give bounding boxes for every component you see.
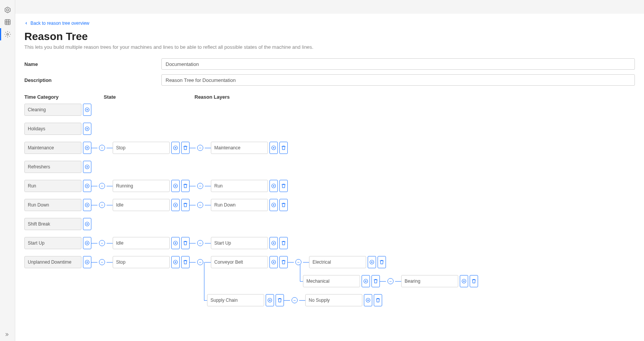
cell-cleaning[interactable]: Cleaning: [24, 104, 81, 116]
cell-start-up-state[interactable]: Idle: [113, 237, 170, 249]
tree-row-shift-break: Shift Break: [24, 218, 635, 230]
cell-bearing[interactable]: Bearing: [401, 275, 458, 287]
add-button[interactable]: [269, 199, 278, 211]
sidebar-hexagon-icon[interactable]: [0, 4, 15, 16]
cell-refreshers[interactable]: Refreshers: [24, 161, 81, 173]
delete-button[interactable]: [470, 275, 478, 287]
delete-button[interactable]: [181, 256, 190, 268]
tree-row-run: Run − Running − Run: [24, 180, 635, 192]
delete-button[interactable]: [279, 256, 288, 268]
tree-row-unplanned: Unplanned Downtime − Stop − Conveyor Bel…: [24, 256, 635, 306]
tree-row-run-down: Run Down − Idle − Run Down: [24, 199, 635, 211]
add-button[interactable]: [83, 142, 91, 154]
add-button[interactable]: [171, 237, 180, 249]
description-input[interactable]: [161, 74, 635, 86]
cell-mechanical[interactable]: Mechanical: [303, 275, 360, 287]
cell-no-supply[interactable]: No Supply: [305, 294, 362, 306]
description-label: Description: [24, 77, 161, 83]
add-button[interactable]: [171, 180, 180, 192]
cell-run-state[interactable]: Running: [113, 180, 170, 192]
collapse-button[interactable]: −: [295, 259, 301, 265]
cell-maintenance-state[interactable]: Stop: [113, 142, 170, 154]
collapse-button[interactable]: −: [99, 259, 105, 265]
cell-conveyor-belt[interactable]: Conveyor Belt: [211, 256, 268, 268]
delete-button[interactable]: [279, 142, 288, 154]
add-button[interactable]: [83, 256, 91, 268]
add-button[interactable]: [83, 123, 91, 135]
header-state: State: [104, 94, 195, 100]
chevron-left-icon: [24, 21, 28, 25]
add-button[interactable]: [266, 294, 274, 306]
add-button[interactable]: [460, 275, 468, 287]
cell-run-down[interactable]: Run Down: [24, 199, 81, 211]
page-title: Reason Tree: [24, 30, 635, 43]
cell-unplanned[interactable]: Unplanned Downtime: [24, 256, 81, 268]
cell-unplanned-state[interactable]: Stop: [113, 256, 170, 268]
cell-run-down-reason[interactable]: Run Down: [211, 199, 268, 211]
add-button[interactable]: [269, 180, 278, 192]
cell-maintenance[interactable]: Maintenance: [24, 142, 81, 154]
name-label: Name: [24, 61, 161, 67]
tree-row-maintenance: Maintenance − Stop − Maintenance: [24, 142, 635, 154]
delete-button[interactable]: [378, 256, 386, 268]
add-button[interactable]: [269, 256, 278, 268]
add-button[interactable]: [83, 104, 91, 116]
collapse-button[interactable]: −: [197, 183, 203, 189]
add-button[interactable]: [362, 275, 370, 287]
cell-electrical[interactable]: Electrical: [309, 256, 366, 268]
add-button[interactable]: [171, 142, 180, 154]
name-input[interactable]: [161, 58, 635, 70]
svg-rect-0: [5, 19, 10, 25]
sidebar-expand-icon[interactable]: [0, 332, 15, 337]
add-button[interactable]: [368, 256, 376, 268]
cell-run-down-state[interactable]: Idle: [113, 199, 170, 211]
add-button[interactable]: [83, 237, 91, 249]
collapse-button[interactable]: −: [99, 183, 105, 189]
add-button[interactable]: [171, 199, 180, 211]
tree-row-refreshers: Refreshers: [24, 161, 635, 173]
add-button[interactable]: [83, 180, 91, 192]
add-button[interactable]: [83, 199, 91, 211]
sidebar-grid-icon[interactable]: [0, 16, 15, 28]
delete-button[interactable]: [371, 275, 380, 287]
delete-button[interactable]: [276, 294, 284, 306]
back-link-text: Back to reason tree overview: [30, 21, 89, 26]
collapse-button[interactable]: −: [197, 259, 203, 265]
cell-supply-chain[interactable]: Supply Chain: [207, 294, 264, 306]
delete-button[interactable]: [181, 142, 190, 154]
add-button[interactable]: [269, 142, 278, 154]
cell-holidays[interactable]: Holidays: [24, 123, 81, 135]
sidebar-gear-icon[interactable]: [0, 28, 15, 40]
add-button[interactable]: [83, 218, 91, 230]
delete-button[interactable]: [181, 180, 190, 192]
cell-start-up-reason[interactable]: Start Up: [211, 237, 268, 249]
main-content: Back to reason tree overview Reason Tree…: [15, 14, 644, 341]
cell-shift-break[interactable]: Shift Break: [24, 218, 81, 230]
collapse-button[interactable]: −: [292, 297, 298, 303]
add-button[interactable]: [364, 294, 372, 306]
collapse-button[interactable]: −: [99, 202, 105, 208]
collapse-button[interactable]: −: [99, 240, 105, 246]
tree-container: Cleaning Holidays Maintenance −: [24, 104, 635, 306]
header-time-category: Time Category: [24, 94, 104, 100]
collapse-button[interactable]: −: [387, 278, 394, 284]
delete-button[interactable]: [279, 180, 288, 192]
add-button[interactable]: [83, 161, 91, 173]
collapse-button[interactable]: −: [197, 240, 203, 246]
delete-button[interactable]: [181, 237, 190, 249]
add-button[interactable]: [171, 256, 180, 268]
back-link[interactable]: Back to reason tree overview: [24, 21, 635, 26]
collapse-button[interactable]: −: [197, 145, 203, 151]
collapse-button[interactable]: −: [197, 202, 203, 208]
add-button[interactable]: [269, 237, 278, 249]
delete-button[interactable]: [279, 199, 288, 211]
collapse-button[interactable]: −: [99, 145, 105, 151]
delete-button[interactable]: [374, 294, 382, 306]
delete-button[interactable]: [279, 237, 288, 249]
cell-run-reason[interactable]: Run: [211, 180, 268, 192]
cell-start-up[interactable]: Start Up: [24, 237, 81, 249]
cell-maintenance-reason[interactable]: Maintenance: [211, 142, 268, 154]
svg-point-5: [6, 34, 8, 35]
delete-button[interactable]: [181, 199, 190, 211]
cell-run[interactable]: Run: [24, 180, 81, 192]
